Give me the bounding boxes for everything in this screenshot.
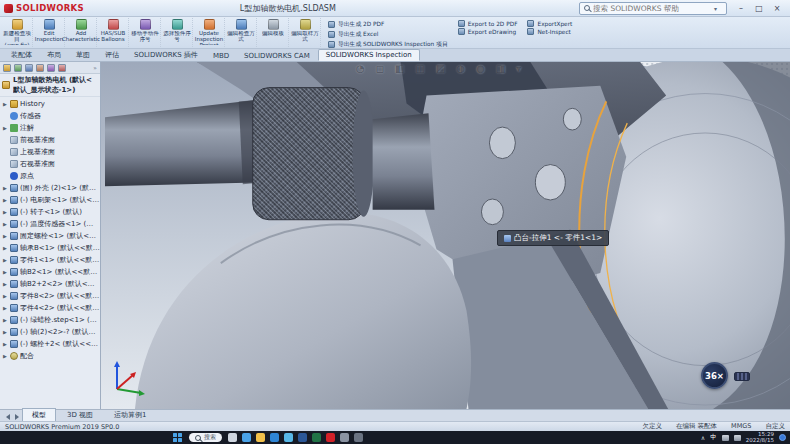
expand-arrow-icon[interactable]: ▶ [2, 257, 8, 263]
tree-item[interactable]: 上视基准面 [2, 146, 100, 158]
expand-arrow-icon[interactable]: ▶ [2, 245, 8, 251]
tree-item[interactable]: 传感器 [2, 110, 100, 122]
configurationmanager-tab-icon[interactable] [25, 64, 33, 72]
taskbar-app-icon[interactable] [228, 433, 237, 442]
tree-item[interactable]: ▶ (-) 螺栓+2< (默认<<默认>_显示状态>) [2, 338, 100, 350]
expand-arrow-icon[interactable]: ▶ [2, 185, 8, 191]
panel-chevron-icon[interactable]: » [93, 64, 97, 71]
expand-arrow-icon[interactable]: ▶ [2, 293, 8, 299]
export-option[interactable]: 导出生成 2D PDF [328, 20, 448, 29]
bolt-hole-2[interactable] [535, 165, 565, 200]
command-tab[interactable]: 装配体 [4, 49, 39, 61]
model-tab[interactable]: 模型 [22, 408, 56, 421]
tree-item[interactable]: ▶ (-) 轴(2)<2>-? (默认<<默认>_显示状态>) [2, 326, 100, 338]
expand-arrow-icon[interactable]: ▶ [2, 329, 8, 335]
ribbon-button[interactable]: HAS/SUB Balloons [98, 18, 129, 47]
tabs-scroll-left-icon[interactable] [4, 412, 12, 421]
taskbar-app-icon[interactable] [298, 433, 307, 442]
export-option[interactable]: 导出生成 Excel [328, 30, 448, 39]
network-icon[interactable] [722, 435, 729, 441]
bolt-hole-4[interactable] [563, 108, 581, 130]
tree-item[interactable]: ▶ (-) 绿蜡栓.step<1> (默认<<默认>_显示状态>) [2, 314, 100, 326]
status-item[interactable]: 欠定义 [643, 422, 663, 431]
expand-arrow-icon[interactable]: ▶ [2, 281, 8, 287]
expand-arrow-icon[interactable]: ▶ [2, 353, 8, 359]
taskbar-app-icon[interactable] [354, 433, 363, 442]
ribbon-button[interactable]: 编辑取样方式 [290, 18, 321, 47]
ribbon-button[interactable]: 新建检查项目 (amp.fix) [2, 18, 33, 47]
ribbon-button[interactable]: 移动手动件序号 [130, 18, 161, 47]
expand-arrow-icon[interactable]: ▶ [2, 341, 8, 347]
help-search-box[interactable]: ▾ [579, 2, 727, 15]
export-option[interactable]: ExportXpert [527, 20, 572, 27]
expand-arrow-icon[interactable]: ▶ [2, 125, 8, 131]
command-tab[interactable]: 布局 [40, 49, 68, 61]
command-tab[interactable]: 评估 [98, 49, 126, 61]
tree-item[interactable]: ▶ 零件4<2> (默认<<默认>_显示状态>) [2, 302, 100, 314]
hud-icon[interactable]: ◧ [395, 63, 404, 74]
displaymanager-tab-icon[interactable] [47, 64, 55, 72]
tree-item[interactable]: 原点 [2, 170, 100, 182]
tree-item[interactable]: ▶ 轴B2+2<2> (默认<<默认>_显示状态>) [2, 278, 100, 290]
hud-icon[interactable]: ◫ [416, 63, 425, 74]
tree-item[interactable]: ▶ 固定螺栓<1> (默认<<默认>_显示状态>) [2, 230, 100, 242]
ribbon-button[interactable]: Add Characteristic [66, 18, 97, 47]
status-item[interactable]: MMGS [731, 422, 751, 431]
start-button[interactable] [173, 433, 183, 443]
taskbar-app-icon[interactable] [312, 433, 321, 442]
command-tab[interactable]: 草图 [69, 49, 97, 61]
taskbar-app-icon[interactable] [270, 433, 279, 442]
minimize-button[interactable]: – [732, 1, 750, 15]
tree-item[interactable]: ▶ 零件1<1> (默认<<默认>_显示状态>) [2, 254, 100, 266]
ribbon-button[interactable]: Update Inspection Project [194, 18, 225, 47]
expand-arrow-icon[interactable]: ▶ [2, 305, 8, 311]
tree-item[interactable]: ▶ (固) 外壳 (2)<1> (默认<<默认>_显示状态>) [2, 182, 100, 194]
tree-item[interactable]: ▶ 轴B2<1> (默认<<默认>_显示状态>) [2, 266, 100, 278]
expand-arrow-icon[interactable]: ▶ [2, 221, 8, 227]
expand-arrow-icon[interactable]: ▶ [2, 101, 8, 107]
bolt-hole-1[interactable] [489, 127, 515, 159]
inspectionmanager-tab-icon[interactable] [58, 64, 66, 72]
hud-icon[interactable]: ● [476, 63, 485, 74]
model-tab[interactable]: 运动算例1 [104, 408, 156, 421]
tree-item[interactable]: ▶ History [2, 98, 100, 110]
search-scope-chevron-icon[interactable]: ▾ [714, 5, 717, 12]
3d-model-canvas[interactable] [101, 62, 790, 409]
ribbon-button[interactable]: 编辑模板 [258, 18, 289, 47]
expand-arrow-icon[interactable]: ▶ [2, 197, 8, 203]
maximize-button[interactable]: □ [750, 1, 768, 15]
expand-arrow-icon[interactable]: ▶ [2, 233, 8, 239]
command-tab[interactable]: MBD [206, 51, 236, 61]
ribbon-button[interactable]: Edit Inspection [34, 18, 65, 47]
model-tab[interactable]: 3D 视图 [57, 408, 103, 421]
tree-item[interactable]: ▶ (-) 电刷架<1> (默认<<默认>_显示状态>) [2, 194, 100, 206]
ime-language-badge[interactable]: 中 [710, 433, 717, 442]
expand-arrow-icon[interactable]: ▶ [2, 209, 8, 215]
dimxpertmanager-tab-icon[interactable] [36, 64, 44, 72]
bolt-hole-3[interactable] [481, 199, 503, 225]
tree-item[interactable]: ▶ (-) 温度传感器<1> (默认<<默认>_显示状态>) [2, 218, 100, 230]
tree-item[interactable]: 右视基准面 [2, 158, 100, 170]
tree-item[interactable]: ▶ 轴承B<1> (默认<<默认>_显示状态>) [2, 242, 100, 254]
hud-icon[interactable]: ◨ [496, 63, 505, 74]
assembly-root-node[interactable]: L型加轴散热电机 (默认<默认_显示状态-1>) [0, 74, 100, 97]
export-option[interactable]: Export to 2D PDF [458, 20, 518, 27]
taskbar-app-icon[interactable] [326, 433, 335, 442]
taskbar-clock[interactable]: 15:29 2022/8/15 [746, 432, 774, 443]
magnifier-scale-bar[interactable] [734, 372, 750, 381]
hud-icon[interactable]: ◻ [376, 63, 384, 74]
hud-icon[interactable]: ◩ [436, 63, 445, 74]
command-tab[interactable]: SOLIDWORKS CAM [237, 51, 317, 61]
status-item[interactable]: 自定义 [766, 422, 786, 431]
knurled-heatsink-cylinder[interactable] [253, 88, 365, 220]
tree-item[interactable]: 前视基准面 [2, 134, 100, 146]
taskbar-app-icon[interactable] [256, 433, 265, 442]
ribbon-button[interactable]: 选择预件序号 [162, 18, 193, 47]
ribbon-button[interactable]: 编辑检查方式 [226, 18, 257, 47]
status-item[interactable]: 在编辑 装配体 [676, 422, 717, 431]
tree-item[interactable]: ▶ (-) 转子<1> (默认) [2, 206, 100, 218]
close-button[interactable]: × [768, 1, 786, 15]
graphics-viewport[interactable]: ◔ ◻ ◧ ◫ ◩ ◑ ● ◨ ▾ [101, 62, 790, 409]
hud-icon[interactable]: ◑ [456, 63, 465, 74]
export-option[interactable]: Net-Inspect [527, 28, 572, 35]
